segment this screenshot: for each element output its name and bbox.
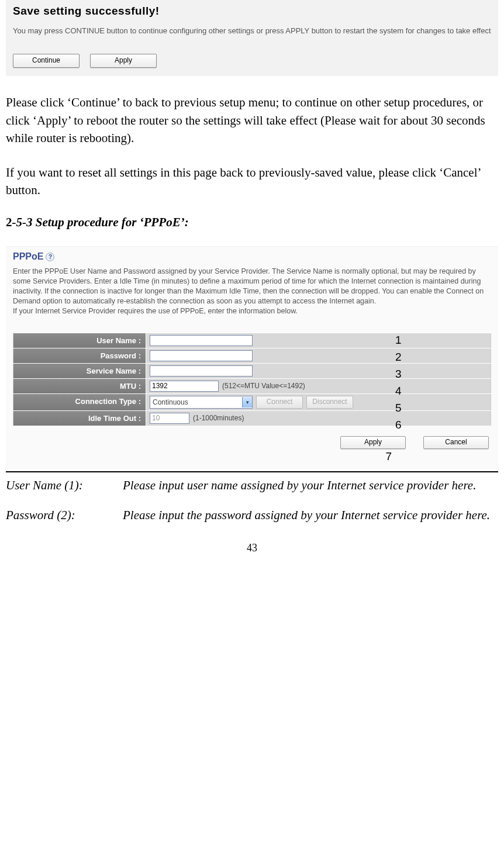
chevron-down-icon: ▾ [242, 397, 252, 407]
save-title: Save setting successfully! [13, 5, 491, 18]
definition-password: Password (2): Please input the password … [6, 507, 498, 524]
idle-timeout-hint: (1-1000minutes) [193, 414, 244, 422]
service-name-input[interactable] [150, 365, 253, 377]
divider [6, 471, 498, 472]
pppoe-title-row: PPPoE ? [13, 251, 491, 262]
definition-username: User Name (1): Please input user name as… [6, 477, 498, 494]
instruction-paragraph-2: If you want to reset all settings in thi… [6, 164, 498, 199]
password-label: Password : [13, 348, 146, 363]
section-heading: 2-5-3 Setup procedure for ‘PPPoE’: [6, 215, 498, 230]
continue-button[interactable]: Continue [13, 54, 80, 68]
instruction-paragraph-1: Please click ‘Continue’ to back to previ… [6, 94, 498, 147]
help-icon[interactable]: ? [46, 253, 54, 261]
idle-timeout-input[interactable] [150, 413, 189, 424]
username-label: User Name : [13, 333, 146, 348]
mtu-input[interactable] [150, 381, 219, 392]
idle-timeout-label: Idle Time Out : [13, 411, 146, 426]
mtu-hint: (512<=MTU Value<=1492) [222, 382, 305, 390]
pppoe-title: PPPoE [13, 251, 43, 262]
pppoe-description: Enter the PPPoE User Name and Password a… [13, 267, 491, 316]
callout-1: 1 [395, 334, 402, 347]
section-heading-number: 2 [6, 215, 12, 229]
pppoe-form: User Name : Password : Service Name : MT… [13, 333, 491, 426]
page-number: 43 [6, 542, 498, 554]
username-input[interactable] [150, 335, 253, 346]
callout-4: 4 [395, 385, 402, 398]
definition-username-desc: Please input user name assigned by your … [123, 477, 498, 494]
save-success-panel: Save setting successfully! You may press… [6, 0, 498, 76]
save-subtitle: You may press CONTINUE button to continu… [13, 26, 491, 36]
section-heading-text: -5-3 Setup procedure for ‘PPPoE’: [12, 215, 189, 229]
mtu-label: MTU : [13, 379, 146, 393]
callout-6: 6 [395, 419, 402, 431]
callout-2: 2 [395, 351, 402, 364]
pppoe-cancel-button[interactable]: Cancel [423, 436, 489, 449]
pppoe-apply-button[interactable]: Apply [340, 436, 406, 449]
password-input[interactable] [150, 350, 253, 361]
pppoe-panel: PPPoE ? Enter the PPPoE User Name and Pa… [6, 246, 498, 468]
definition-password-term: Password (2): [6, 507, 123, 524]
apply-button[interactable]: Apply [90, 54, 157, 68]
service-name-label: Service Name : [13, 364, 146, 378]
connection-type-value: Continuous [153, 398, 188, 406]
callout-3: 3 [395, 368, 402, 381]
connect-button[interactable]: Connect [256, 396, 303, 409]
connection-type-label: Connection Type : [13, 394, 146, 410]
definition-password-desc: Please input the password assigned by yo… [123, 507, 498, 524]
callout-7: 7 [385, 450, 392, 462]
callout-5: 5 [395, 402, 402, 415]
definition-username-term: User Name (1): [6, 477, 123, 494]
disconnect-button[interactable]: Disconnect [306, 396, 353, 409]
connection-type-select[interactable]: Continuous ▾ [150, 396, 253, 409]
